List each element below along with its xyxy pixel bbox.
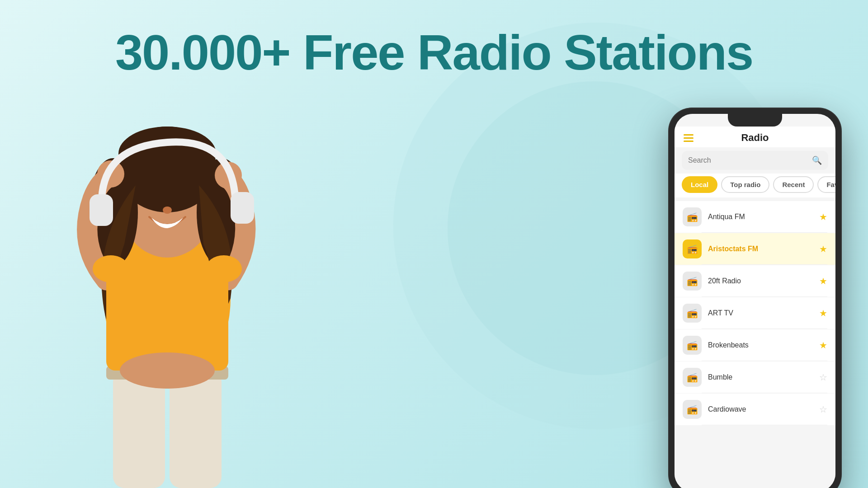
favorite-star-icon[interactable]: ★ [819, 308, 827, 319]
favorite-star-empty-icon[interactable]: ☆ [819, 372, 827, 383]
search-input[interactable] [688, 156, 812, 164]
hamburger-menu-button[interactable] [684, 134, 693, 142]
svg-rect-10 [90, 194, 113, 226]
favorite-star-icon-active[interactable]: ★ [819, 244, 827, 254]
tab-top-radio[interactable]: Top radio [721, 176, 769, 193]
person-svg [23, 72, 312, 488]
radio-station-icon-active: 📻 [683, 239, 702, 258]
tab-favorites[interactable]: Favo... [817, 176, 835, 193]
radio-station-icon: 📻 [683, 272, 702, 291]
radio-station-name: Bumble [708, 373, 819, 381]
phone-mockup: Radio 🔍 Local Top radio Recent Favo... 📻… [669, 108, 841, 488]
app-header: Radio [675, 127, 835, 147]
radio-station-brokenbeats[interactable]: 📻 Brokenbeats ★ [675, 329, 835, 361]
radio-station-icon: 📻 [683, 400, 702, 419]
radio-station-list: 📻 Antiqua FM ★ 📻 Aristoctats FM ★ 📻 20ft… [675, 197, 835, 488]
radio-station-cardiowave[interactable]: 📻 Cardiowave ☆ [675, 394, 835, 425]
favorite-star-empty-icon[interactable]: ☆ [819, 404, 827, 415]
radio-station-art-tv[interactable]: 📻 ART TV ★ [675, 297, 835, 329]
svg-point-18 [206, 255, 242, 282]
radio-station-bumble[interactable]: 📻 Bumble ☆ [675, 361, 835, 393]
phone-notch [728, 114, 782, 127]
tab-local[interactable]: Local [682, 176, 717, 193]
favorite-star-icon[interactable]: ★ [819, 276, 827, 286]
hamburger-line-1 [684, 134, 693, 136]
person-image [23, 59, 316, 488]
radio-station-name: Antiqua FM [708, 213, 819, 221]
radio-station-name: Brokenbeats [708, 341, 819, 349]
phone-screen: Radio 🔍 Local Top radio Recent Favo... 📻… [675, 114, 835, 488]
svg-point-17 [93, 255, 129, 282]
favorite-star-icon[interactable]: ★ [819, 340, 827, 351]
search-bar: 🔍 [682, 151, 828, 170]
hamburger-line-2 [684, 137, 693, 139]
radio-station-aristoctats-fm[interactable]: 📻 Aristoctats FM ★ [675, 233, 835, 265]
favorite-star-icon[interactable]: ★ [819, 211, 827, 222]
radio-station-antiqua-fm[interactable]: 📻 Antiqua FM ★ [675, 201, 835, 233]
svg-point-16 [120, 352, 215, 389]
svg-point-7 [163, 206, 172, 214]
radio-station-icon: 📻 [683, 368, 702, 387]
radio-station-icon: 📻 [683, 336, 702, 355]
hamburger-line-3 [684, 141, 693, 142]
radio-station-name: 20ft Radio [708, 277, 819, 285]
svg-rect-11 [231, 192, 254, 224]
radio-station-name: Cardiowave [708, 405, 819, 413]
phone-frame: Radio 🔍 Local Top radio Recent Favo... 📻… [669, 108, 841, 488]
app-title: Radio [741, 132, 769, 144]
radio-station-icon: 📻 [683, 207, 702, 226]
tab-recent[interactable]: Recent [773, 176, 814, 193]
radio-station-icon: 📻 [683, 304, 702, 323]
search-icon[interactable]: 🔍 [812, 155, 822, 165]
radio-station-name-active: Aristoctats FM [708, 245, 819, 253]
radio-station-name: ART TV [708, 309, 819, 317]
tab-bar: Local Top radio Recent Favo... [675, 174, 835, 197]
radio-station-20ft-radio[interactable]: 📻 20ft Radio ★ [675, 265, 835, 297]
